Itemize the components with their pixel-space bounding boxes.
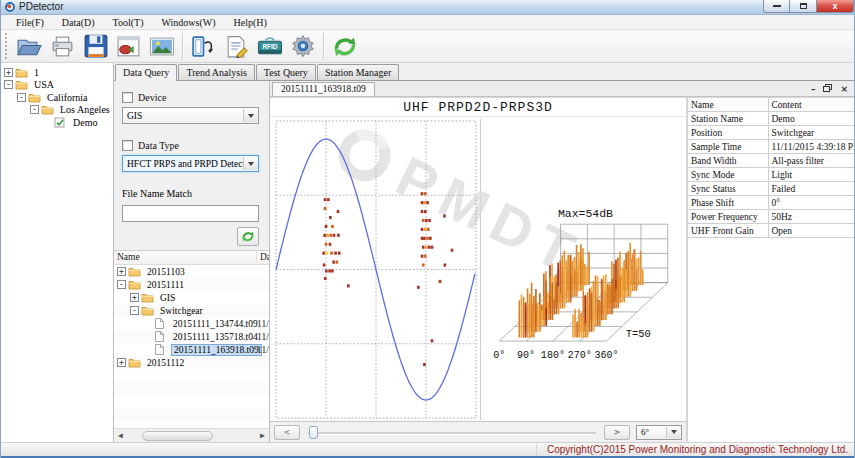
column-name[interactable]: Name [117, 252, 140, 262]
file-tree-item[interactable]: +20151112 [114, 356, 269, 369]
datatype-select[interactable]: HFCT PRPS and PRPD Detection Dat [122, 155, 259, 172]
svg-text:RFID: RFID [262, 43, 277, 50]
doc-restore-button[interactable] [823, 84, 832, 94]
slider-prev-button[interactable]: < [274, 425, 300, 440]
menu-file-f[interactable]: File(F) [7, 17, 53, 28]
maximize-icon [800, 3, 807, 9]
station-icon-wrap [54, 117, 68, 128]
slider-track[interactable] [306, 425, 598, 440]
collapse-icon[interactable]: - [17, 93, 26, 102]
column-date[interactable]: Da [256, 252, 269, 262]
tree-item-label: 20151111_163918.t09 [171, 344, 262, 356]
close-button[interactable]: x [816, 0, 854, 13]
tree-spacer [143, 319, 152, 328]
tree-item-label: 20151111_135718.t04 [171, 332, 260, 342]
toolbar: RFID [1, 30, 854, 63]
file-tree-item[interactable]: 20151111_135718.t0411/1 [114, 330, 269, 343]
device-checkbox[interactable] [122, 92, 133, 103]
expand-icon[interactable]: + [117, 358, 126, 367]
collapse-icon[interactable]: - [117, 280, 126, 289]
datatype-checkbox[interactable] [122, 140, 133, 151]
folder-icon [15, 79, 28, 90]
tab-data-query[interactable]: Data Query [115, 64, 177, 81]
slider-next-button[interactable]: > [604, 425, 630, 440]
toolbar-separator [182, 33, 183, 59]
station-tree-item[interactable]: -USA [1, 79, 113, 92]
props-row: UHF Front GainOpen [688, 224, 854, 238]
file-tree-item[interactable]: 20151111_134744.t0911/1 [114, 317, 269, 330]
file-match-input[interactable] [122, 205, 259, 222]
image-button[interactable] [145, 31, 178, 61]
hscroll-track[interactable] [127, 430, 256, 442]
menu-windows-w[interactable]: Windows(W) [153, 17, 225, 28]
file-list: Name Da +20151103-20151111+GIS-Switchgea… [114, 250, 269, 442]
tab-trend-analysis[interactable]: Trend Analysis [178, 64, 254, 80]
scroll-left-icon[interactable]: ◀ [114, 430, 127, 442]
props-row: Sync StatusFailed [688, 182, 854, 196]
app-window: PDetector x File(F)Data(D)Tool(T)Windows… [0, 0, 855, 458]
charts-container: PMDT Max=54dBT=500°90°180°270°360° [270, 117, 686, 421]
station-tree-item[interactable]: Demo [1, 116, 113, 129]
slider-thumb[interactable] [309, 426, 318, 439]
device-select[interactable]: GIS [122, 107, 259, 124]
doc-close-button[interactable]: × [840, 85, 848, 94]
open-folder-button[interactable] [13, 31, 46, 61]
file-tree-item[interactable]: +GIS [114, 291, 269, 304]
file-tree-item[interactable]: -20151111 [114, 278, 269, 291]
print-button[interactable] [46, 31, 79, 61]
props-row: PositionSwitchgear [688, 126, 854, 140]
query-panel: Device GIS Data Type HFCT PRPS and PRPD … [114, 81, 270, 442]
prps3d-chart: Max=54dBT=500°90°180°270°360° [484, 119, 685, 420]
props-row: Power Frequency50Hz [688, 210, 854, 224]
prop-name: Sync Mode [688, 168, 768, 182]
file-tree-item[interactable]: 20151111_163918.t0911/1 [114, 343, 269, 356]
tree-item-label: Demo [71, 117, 99, 128]
query-refresh-button[interactable] [237, 227, 259, 246]
save-button[interactable] [79, 31, 112, 61]
document-tab[interactable]: 20151111_163918.t09 [272, 82, 375, 96]
toolbar-grip[interactable] [5, 33, 9, 59]
maximize-button[interactable] [790, 0, 816, 13]
expand-icon[interactable]: + [117, 267, 126, 276]
settings-button[interactable] [286, 31, 319, 61]
image-icon [148, 35, 176, 58]
collapse-icon[interactable]: - [4, 80, 13, 89]
tab-test-query[interactable]: Test Query [256, 64, 316, 80]
file-list-hscrollbar[interactable]: ◀ ▶ [114, 428, 269, 442]
prop-value: Switchgear [768, 126, 854, 140]
file-icon [154, 344, 165, 355]
chart-title: UHF PRPD2D-PRPS3D [270, 98, 686, 117]
station-tree-item[interactable]: -California [1, 91, 113, 104]
svg-text:0°: 0° [493, 350, 505, 361]
props-row: Sync ModeLight [688, 168, 854, 182]
collapse-icon[interactable]: - [30, 105, 39, 114]
tab-station-manager[interactable]: Station Manager [317, 64, 399, 80]
doc-minimize-button[interactable]: – [811, 85, 816, 94]
hscroll-thumb[interactable] [142, 431, 213, 441]
scroll-right-icon[interactable]: ▶ [256, 430, 269, 442]
station-tree-item[interactable]: +1 [1, 66, 113, 79]
edit-report-button[interactable] [220, 31, 253, 61]
file-tree-item[interactable]: +20151103 [114, 265, 269, 278]
refresh-button[interactable] [328, 31, 361, 61]
rfid-button[interactable]: RFID [253, 31, 286, 61]
menu-tool-t[interactable]: Tool(T) [104, 17, 153, 28]
expand-icon[interactable]: + [4, 68, 13, 77]
restore-icon [823, 84, 832, 92]
window-export-button[interactable] [187, 31, 220, 61]
prop-name: Sample Time [688, 140, 768, 154]
angle-select[interactable]: 6° [636, 425, 682, 440]
menu-help-h[interactable]: Help(H) [225, 17, 276, 28]
tree-item-label: 1 [32, 67, 41, 78]
properties-panel: NameContentStation NameDemoPositionSwitc… [686, 97, 854, 442]
tree-item-label: 20151103 [145, 267, 187, 277]
folder-icon [41, 104, 54, 115]
minimize-button[interactable] [763, 0, 790, 13]
menu-data-d[interactable]: Data(D) [53, 17, 104, 28]
expand-icon[interactable]: + [130, 293, 139, 302]
report-chart-button[interactable] [112, 31, 145, 61]
file-icon-wrap [154, 318, 168, 329]
file-tree-item[interactable]: -Switchgear [114, 304, 269, 317]
station-tree-item[interactable]: -Los Angeles [1, 104, 113, 117]
collapse-icon[interactable]: - [130, 306, 139, 315]
